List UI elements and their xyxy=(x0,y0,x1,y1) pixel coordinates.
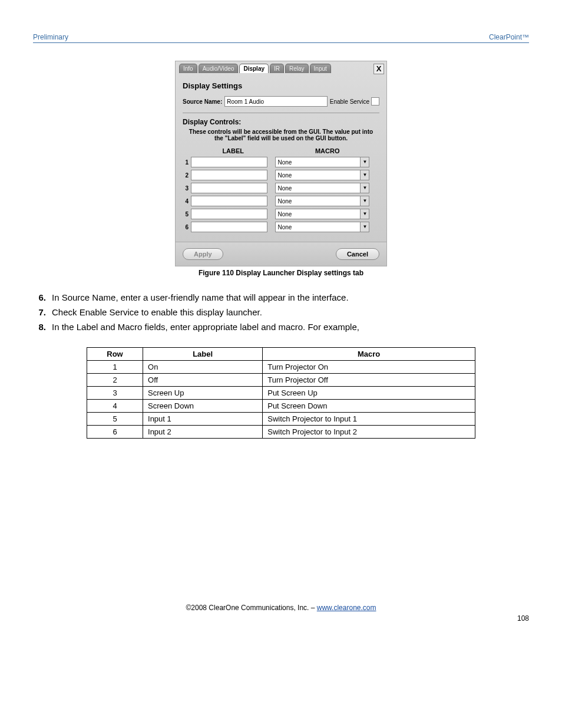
table-row: 1OnTurn Projector On xyxy=(87,361,475,374)
tab-input[interactable]: Input xyxy=(310,64,331,73)
row-index: 1 xyxy=(183,157,191,167)
th-row: Row xyxy=(87,348,143,361)
macro-select-value[interactable]: None xyxy=(275,222,360,232)
step-number: 8. xyxy=(33,322,46,332)
row-index: 4 xyxy=(183,196,191,206)
header-left: Preliminary xyxy=(33,33,68,41)
controls-grid: LABEL MACRO 1 None▼ 2 None▼ 3 xyxy=(183,145,379,235)
table-row: 2OffTurn Projector Off xyxy=(87,374,475,387)
tab-audio-video[interactable]: Audio/Video xyxy=(199,64,239,73)
example-table: Row Label Macro 1OnTurn Projector On 2Of… xyxy=(87,347,475,439)
control-row: 5 None▼ xyxy=(183,209,379,219)
macro-select-value[interactable]: None xyxy=(275,209,360,219)
step-text: In the Label and Macro fields, enter app… xyxy=(52,322,359,332)
label-input[interactable] xyxy=(191,170,267,180)
chevron-down-icon[interactable]: ▼ xyxy=(360,196,369,206)
step-text: Check Enable Service to enable this disp… xyxy=(52,307,262,317)
chevron-down-icon[interactable]: ▼ xyxy=(360,209,369,219)
chevron-down-icon[interactable]: ▼ xyxy=(360,183,369,193)
macro-select-value[interactable]: None xyxy=(275,196,360,206)
row-index: 2 xyxy=(183,170,191,180)
macro-select-value[interactable]: None xyxy=(275,157,360,167)
tab-info[interactable]: Info xyxy=(179,64,197,73)
tab-ir[interactable]: IR xyxy=(270,64,284,73)
step-text: In Source Name, enter a user-friendly na… xyxy=(52,292,349,302)
cancel-button[interactable]: Cancel xyxy=(336,248,379,260)
row-index: 3 xyxy=(183,183,191,193)
label-input[interactable] xyxy=(191,196,267,206)
enable-service-label: Enable Service xyxy=(330,98,369,105)
control-row: 2 None▼ xyxy=(183,170,379,180)
enable-service-checkbox[interactable] xyxy=(371,97,379,106)
chevron-down-icon[interactable]: ▼ xyxy=(360,157,369,167)
source-name-label: Source Name: xyxy=(183,98,222,105)
display-settings-dialog: X Info Audio/Video Display IR Relay Inpu… xyxy=(175,61,387,266)
source-name-input[interactable] xyxy=(224,96,327,107)
step-number: 6. xyxy=(33,292,46,302)
footer-link[interactable]: www.clearone.com xyxy=(317,604,376,612)
col-label: LABEL xyxy=(191,147,275,154)
control-row: 3 None▼ xyxy=(183,183,379,193)
control-row: 4 None▼ xyxy=(183,196,379,206)
label-input[interactable] xyxy=(191,183,267,193)
display-controls-desc: These controls will be accessible from t… xyxy=(183,129,379,141)
control-row: 1 None▼ xyxy=(183,157,379,167)
close-button[interactable]: X xyxy=(373,64,384,74)
tab-display[interactable]: Display xyxy=(239,64,269,73)
page-header: Preliminary ClearPoint™ xyxy=(33,33,529,43)
step-item: 6. In Source Name, enter a user-friendly… xyxy=(33,292,529,302)
step-list: 6. In Source Name, enter a user-friendly… xyxy=(33,292,529,332)
tab-bar: Info Audio/Video Display IR Relay Input xyxy=(176,61,386,73)
table-row: 3Screen UpPut Screen Up xyxy=(87,387,475,400)
label-input[interactable] xyxy=(191,157,267,167)
col-macro: MACRO xyxy=(275,147,379,154)
step-item: 7. Check Enable Service to enable this d… xyxy=(33,307,529,317)
row-index: 5 xyxy=(183,209,191,219)
macro-select-value[interactable]: None xyxy=(275,183,360,193)
header-right: ClearPoint™ xyxy=(489,33,529,41)
table-row: 5Input 1Switch Projector to Input 1 xyxy=(87,413,475,426)
macro-select-value[interactable]: None xyxy=(275,170,360,180)
label-input[interactable] xyxy=(191,222,267,232)
dialog-title: Display Settings xyxy=(183,81,379,90)
chevron-down-icon[interactable]: ▼ xyxy=(360,170,369,180)
step-item: 8. In the Label and Macro fields, enter … xyxy=(33,322,529,332)
figure-caption: Figure 110 Display Launcher Display sett… xyxy=(33,269,529,277)
table-row: 4Screen DownPut Screen Down xyxy=(87,400,475,413)
th-label: Label xyxy=(143,348,263,361)
label-input[interactable] xyxy=(191,209,267,219)
chevron-down-icon[interactable]: ▼ xyxy=(360,222,369,232)
page-number: 108 xyxy=(33,614,529,622)
table-row: 6Input 2Switch Projector to Input 2 xyxy=(87,426,475,439)
page-footer: ©2008 ClearOne Communications, Inc. – ww… xyxy=(33,604,529,622)
th-macro: Macro xyxy=(263,348,475,361)
display-controls-title: Display Controls: xyxy=(183,118,379,126)
apply-button[interactable]: Apply xyxy=(183,248,223,260)
control-row: 6 None▼ xyxy=(183,222,379,232)
copyright-text: ©2008 ClearOne Communications, Inc. – xyxy=(186,604,317,612)
step-number: 7. xyxy=(33,307,46,317)
tab-relay[interactable]: Relay xyxy=(285,64,309,73)
row-index: 6 xyxy=(183,222,191,232)
